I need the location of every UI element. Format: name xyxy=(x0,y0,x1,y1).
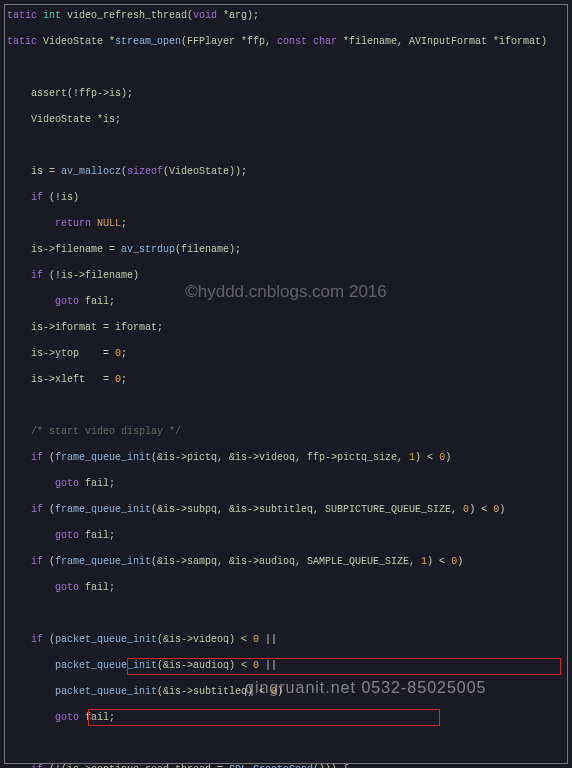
fn: av_strdup xyxy=(121,244,175,255)
t: ) xyxy=(277,686,283,697)
t: || xyxy=(259,634,277,645)
t: (&is->subpq, &is->subtitleq, SUBPICTURE_… xyxy=(151,504,463,515)
t: ) < xyxy=(427,556,451,567)
fn: packet_queue_init xyxy=(55,686,157,697)
t: (&is->audioq) < xyxy=(157,660,253,671)
kw: return xyxy=(7,218,97,229)
t xyxy=(7,686,55,697)
t: *arg); xyxy=(217,10,259,21)
t: VideoState * xyxy=(37,36,115,47)
t: || xyxy=(259,660,277,671)
kw: goto xyxy=(7,530,79,541)
t: ( xyxy=(43,556,55,567)
t: ( xyxy=(43,452,55,463)
comment: /* start video display */ xyxy=(7,426,181,437)
code-block: tatic int video_refresh_thread(void *arg… xyxy=(7,9,565,768)
kw: if xyxy=(7,556,43,567)
t: ; xyxy=(121,218,127,229)
t: (&is->sampq, &is->audioq, SAMPLE_QUEUE_S… xyxy=(151,556,421,567)
kw: if xyxy=(7,764,43,768)
fn: av_mallocz xyxy=(61,166,121,177)
kw: if xyxy=(7,270,43,281)
t: (!is->filename) xyxy=(43,270,139,281)
t: ; xyxy=(121,348,127,359)
fn: packet_queue_init xyxy=(55,660,157,671)
t: is->ytop = xyxy=(7,348,115,359)
t: ) xyxy=(499,504,505,515)
t: fail; xyxy=(79,530,115,541)
t: *filename, AVInputFormat *iformat) xyxy=(337,36,547,47)
kw: if xyxy=(7,192,43,203)
fn: SDL_CreateCond xyxy=(229,764,313,768)
t: is->xleft = xyxy=(7,374,115,385)
t: (VideoState)); xyxy=(163,166,247,177)
kw: if xyxy=(7,452,43,463)
t: ( xyxy=(43,634,55,645)
t: (&is->pictq, &is->videoq, ffp->pictq_siz… xyxy=(151,452,409,463)
t: ())) { xyxy=(313,764,349,768)
kw: if xyxy=(7,634,43,645)
t: assert(!ffp->is); xyxy=(7,87,565,100)
kw: goto xyxy=(7,478,79,489)
t: ( xyxy=(43,504,55,515)
kw: tatic xyxy=(7,36,37,47)
t: (FFPlayer *ffp, xyxy=(181,36,277,47)
t: (&is->subtitleq) < xyxy=(157,686,271,697)
fn: frame_queue_init xyxy=(55,452,151,463)
t: fail; xyxy=(79,296,115,307)
t: (!is) xyxy=(43,192,79,203)
t: (filename); xyxy=(175,244,241,255)
t: ) < xyxy=(469,504,493,515)
t: is->filename = xyxy=(7,244,121,255)
t: (!(is->continue_read_thread = xyxy=(43,764,229,768)
t: ; xyxy=(121,374,127,385)
t: ) < xyxy=(415,452,439,463)
t: (&is->videoq) < xyxy=(157,634,253,645)
t: ) xyxy=(445,452,451,463)
type: int xyxy=(37,10,61,21)
t: fail; xyxy=(79,582,115,593)
t: ) xyxy=(457,556,463,567)
kw: if xyxy=(7,504,43,515)
t: fail; xyxy=(79,712,115,723)
kw: const char xyxy=(277,36,337,47)
kw: goto xyxy=(7,582,79,593)
t: video_refresh_thread( xyxy=(61,10,193,21)
kw: void xyxy=(193,10,217,21)
t: is->iformat = iformat; xyxy=(7,321,565,334)
kw: goto xyxy=(7,296,79,307)
t: VideoState *is; xyxy=(7,113,565,126)
kw: tatic xyxy=(7,10,37,21)
t: is = xyxy=(7,166,61,177)
fn: frame_queue_init xyxy=(55,556,151,567)
fn: frame_queue_init xyxy=(55,504,151,515)
t xyxy=(7,660,55,671)
kw: goto xyxy=(7,712,79,723)
fn: packet_queue_init xyxy=(55,634,157,645)
num: NULL xyxy=(97,218,121,229)
kw: sizeof xyxy=(127,166,163,177)
fn: stream_open xyxy=(115,36,181,47)
t: fail; xyxy=(79,478,115,489)
code-viewport: tatic int video_refresh_thread(void *arg… xyxy=(4,4,568,764)
